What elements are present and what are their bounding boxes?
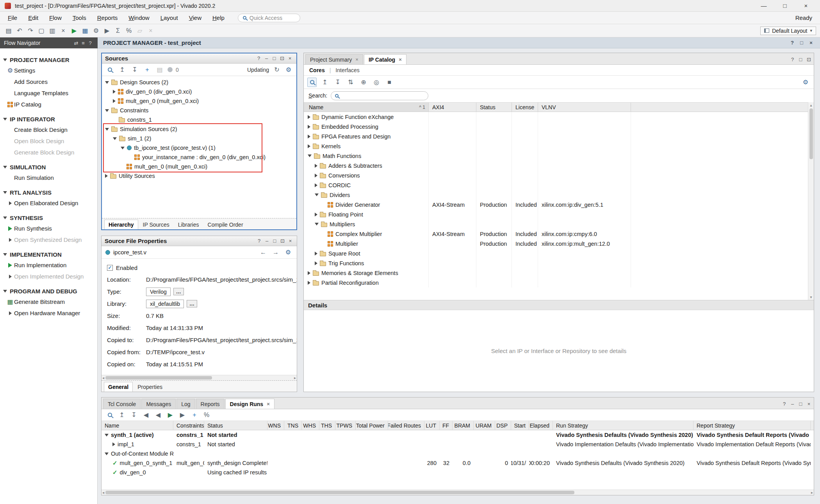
settings-icon[interactable]: ⚙ [91,26,101,35]
tree-item-constraints[interactable]: Constraints [102,106,296,115]
tab-properties[interactable]: Properties [134,382,166,392]
scroll-down-icon[interactable]: ▾ [810,295,812,299]
scroll-right-icon[interactable]: ▸ [294,376,296,380]
tree-item-simulation-sources[interactable]: Simulation Sources (2) [102,124,296,134]
catalog-row-partial-reconfiguration[interactable]: Partial Reconfiguration [304,278,814,287]
minimize-icon[interactable]: – [789,401,796,407]
menu-icon[interactable]: ≡ [80,38,87,48]
tab-ip-catalog[interactable]: IP Catalog× [364,54,406,64]
tab-design-runs[interactable]: Design Runs× [225,399,275,409]
browse-button[interactable]: … [187,300,197,307]
menu-flow[interactable]: Flow [49,14,62,21]
scroll-thumb[interactable] [105,491,574,494]
redo-icon[interactable]: ↷ [26,26,35,35]
flow-item-open-elaborated-design[interactable]: Open Elaborated Design [0,197,97,209]
flow-section-header-project-manager[interactable]: PROJECT MANAGER [0,55,97,65]
flow-section-header-ip-integrator[interactable]: IP INTEGRATOR [0,114,97,124]
column-header-dsp[interactable]: DSP [495,421,511,430]
menu-tools[interactable]: Tools [73,14,86,21]
flow-item-add-sources[interactable]: Add Sources [0,76,97,87]
flow-section-header-rtl-analysis[interactable]: RTL ANALYSIS [0,188,97,197]
help-icon[interactable]: ? [789,38,796,48]
catalog-row-fpga-features-and-design[interactable]: FPGA Features and Design [304,131,814,141]
generate-bitstream-icon[interactable]: ▦ [80,26,90,35]
scroll-thumb[interactable] [809,108,813,159]
tree-item-constrs-1[interactable]: constrs_1 [102,115,296,124]
expand-all-icon[interactable]: ↧ [333,78,342,87]
column-header-vlnv[interactable]: VLNV [538,103,631,112]
catalog-row-complex-multiplier[interactable]: Complex MultiplierAXI4-StreamProductionI… [304,229,814,239]
tree-item-sim-1[interactable]: sim_1 (2) [102,134,296,143]
column-header-lut[interactable]: LUT [424,421,440,430]
add-run-icon[interactable]: + [190,410,199,420]
catalog-row-trig-functions[interactable]: Trig Functions [304,258,814,268]
minimize-icon[interactable]: – [263,55,270,62]
percent-icon[interactable]: % [124,26,134,35]
catalog-vscrollbar[interactable]: ▴ ▾ [808,102,814,300]
chevron-down-icon[interactable] [105,434,109,437]
collapse-all-icon[interactable]: ↥ [117,410,127,420]
runs-hscrollbar[interactable]: ◂ ▸ [102,490,814,495]
subtab-cores[interactable]: Cores [309,67,325,73]
catalog-row-adders-subtracters[interactable]: Adders & Subtracters [304,161,814,170]
chevron-right-icon[interactable] [308,271,310,275]
close-icon[interactable]: × [267,401,270,407]
expand-all-icon[interactable]: ↧ [130,65,139,75]
refresh-icon[interactable]: ↻ [272,65,282,75]
chevron-down-icon[interactable] [3,191,7,194]
chevron-right-icon[interactable] [315,164,317,168]
float-icon[interactable]: □ [797,401,804,407]
catalog-row-dynamic-function-exchange[interactable]: Dynamic Function eXchange [304,112,814,122]
chevron-down-icon[interactable] [121,147,125,149]
collapse-all-icon[interactable]: ↥ [320,78,330,87]
maximize-icon[interactable]: □ [782,2,788,9]
scroll-up-icon[interactable]: ▴ [810,103,812,107]
column-header-run-strategy[interactable]: Run Strategy [553,421,693,430]
flow-section-header-synthesis[interactable]: SYNTHESIS [0,213,97,223]
catalog-row-cordic[interactable]: CORDIC [304,180,814,190]
column-header-status[interactable]: Status [204,421,267,430]
float-icon[interactable]: □ [797,56,804,63]
chevron-right-icon[interactable] [308,281,310,285]
column-header-name[interactable]: Name^ 1 [304,103,429,112]
expand-all-icon[interactable]: ↧ [129,410,139,420]
run-row-div-gen-0[interactable]: ✓div_gen_0Using cached IP results [102,468,814,477]
delete-icon[interactable]: × [59,26,68,35]
chevron-down-icon[interactable] [105,453,109,455]
tab-ip-sources[interactable]: IP Sources [139,220,173,229]
help-icon[interactable]: ? [255,55,262,62]
flow-item-generate-bitstream[interactable]: ▦Generate Bitstream [0,296,97,307]
chevron-down-icon[interactable] [3,166,7,169]
run-steps-icon[interactable]: ▶ [102,26,112,35]
flow-item-run-synthesis[interactable]: Run Synthesis [0,223,97,234]
chevron-right-icon[interactable] [105,174,108,178]
maximize-icon[interactable]: ⊡ [279,55,285,62]
chevron-right-icon[interactable] [9,275,12,279]
float-icon[interactable]: □ [271,238,278,244]
tree-item-your-instance-name-div-gen-0[interactable]: your_instance_name : div_gen_0 (div_gen_… [102,153,296,162]
column-header-status[interactable]: Status [476,103,512,112]
help-icon[interactable]: ? [87,38,94,48]
chevron-down-icon[interactable] [105,128,109,131]
tab-compile-order[interactable]: Compile Order [204,220,247,229]
flow-item-language-templates[interactable]: Language Templates [0,87,97,99]
chevron-right-icon[interactable] [315,261,317,265]
flow-item-run-simulation[interactable]: Run Simulation [0,172,97,183]
float-icon[interactable]: □ [271,55,278,62]
flow-item-settings[interactable]: ⚙Settings [0,65,97,76]
scroll-right-icon[interactable]: ▸ [811,490,813,495]
tree-item-mult-gen-0[interactable]: mult_gen_0 (mult_gen_0.xci) [102,96,296,106]
chevron-right-icon[interactable] [9,311,12,315]
menu-edit[interactable]: Edit [28,14,38,21]
help-icon[interactable]: ? [789,56,796,63]
chevron-right-icon[interactable] [308,135,310,138]
search-icon[interactable] [307,78,317,87]
close-icon[interactable]: × [808,38,815,48]
sum-icon[interactable]: Σ [113,26,123,35]
catalog-row-dividers[interactable]: Dividers [304,190,814,200]
chevron-right-icon[interactable] [308,144,310,148]
chevron-right-icon[interactable] [113,99,116,103]
run-icon[interactable]: ▶ [70,26,79,35]
hierarchy-icon[interactable]: ⇅ [346,78,355,87]
column-header-axi4[interactable]: AXI4 [429,103,476,112]
